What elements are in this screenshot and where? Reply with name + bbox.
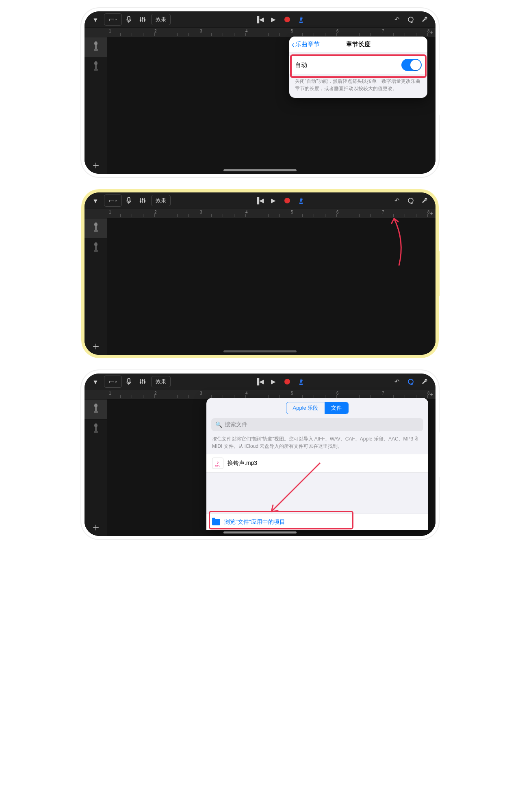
- svg-rect-10: [94, 69, 98, 71]
- loop-icon[interactable]: [404, 14, 418, 25]
- chevron-down-icon[interactable]: ▼: [89, 14, 102, 25]
- svg-point-13: [142, 199, 143, 200]
- file-row[interactable]: MP3 换铃声.mp3: [206, 454, 428, 473]
- wrench-icon[interactable]: [418, 195, 431, 206]
- svg-point-27: [94, 404, 98, 408]
- undo-icon[interactable]: ↶: [390, 376, 404, 387]
- files-hint-text: 按住文件以将它们拖到"轨道"视图。您可以导入 AIFF、WAV、CAF、Appl…: [206, 433, 428, 452]
- track-2[interactable]: [84, 419, 107, 439]
- undo-icon[interactable]: ↶: [390, 195, 404, 206]
- svg-rect-28: [95, 407, 97, 411]
- record-button[interactable]: [280, 14, 294, 25]
- play-icon[interactable]: ▶: [266, 376, 280, 387]
- toolbar: ▼ ▭◦ 效果 ▐◀ ▶ ↶: [84, 11, 436, 28]
- svg-point-30: [94, 423, 98, 428]
- svg-rect-31: [95, 427, 97, 431]
- chevron-left-icon: ‹: [292, 40, 295, 49]
- svg-rect-11: [128, 197, 130, 201]
- fx-button[interactable]: 效果: [151, 376, 171, 387]
- metronome-icon[interactable]: [294, 195, 308, 206]
- section-length-popover: ‹ 乐曲章节 章节长度 自动 关闭"自动"功能，然后轻点箭头以按单一数字增量更改…: [289, 37, 427, 98]
- svg-point-23: [140, 382, 141, 383]
- track-2[interactable]: [84, 238, 107, 258]
- add-track-button[interactable]: ＋: [84, 336, 107, 355]
- svg-point-4: [408, 17, 413, 22]
- svg-rect-29: [94, 411, 98, 413]
- auto-row: 自动: [289, 56, 427, 74]
- sliders-icon[interactable]: [136, 14, 150, 25]
- add-track-button[interactable]: ＋: [84, 517, 107, 536]
- svg-point-16: [94, 222, 98, 227]
- track-header-column: ＋: [84, 400, 107, 536]
- rewind-icon[interactable]: ▐◀: [253, 195, 266, 206]
- browse-files-button[interactable]: 浏览"文件"应用中的项目: [206, 514, 428, 530]
- rewind-icon[interactable]: ▐◀: [253, 14, 266, 25]
- track-header-column: ＋: [84, 218, 107, 355]
- camera-icon[interactable]: ▭◦: [104, 194, 122, 207]
- add-track-button[interactable]: ＋: [84, 155, 107, 174]
- track-1[interactable]: [84, 37, 107, 57]
- fx-button[interactable]: 效果: [151, 195, 171, 206]
- segmented-control: Apple 乐段 文件: [286, 402, 349, 414]
- mic-icon[interactable]: [122, 376, 136, 387]
- camera-icon[interactable]: ▭◦: [104, 13, 122, 26]
- chevron-down-icon[interactable]: ▼: [89, 376, 102, 387]
- wrench-icon[interactable]: [418, 376, 431, 387]
- svg-rect-17: [95, 226, 97, 230]
- loop-icon[interactable]: [404, 376, 418, 387]
- auto-hint-text: 关闭"自动"功能，然后轻点箭头以按单一数字增量更改乐曲章节的长度，或者垂直扫动以…: [289, 74, 427, 98]
- loop-icon[interactable]: [404, 195, 418, 206]
- svg-point-12: [140, 201, 141, 202]
- play-icon[interactable]: ▶: [266, 14, 280, 25]
- browse-label: 浏览"文件"应用中的项目: [224, 518, 285, 526]
- search-placeholder: 搜索文件: [225, 421, 247, 428]
- svg-rect-21: [94, 250, 98, 252]
- svg-point-1: [140, 20, 141, 21]
- search-field[interactable]: 🔍 搜索文件: [211, 418, 423, 431]
- chevron-down-icon[interactable]: ▼: [89, 195, 102, 206]
- wrench-icon[interactable]: [418, 14, 431, 25]
- svg-rect-7: [94, 49, 98, 51]
- file-name: 换铃声.mp3: [228, 460, 257, 467]
- undo-icon[interactable]: ↶: [390, 14, 404, 25]
- metronome-icon[interactable]: [294, 14, 308, 25]
- svg-point-19: [94, 242, 98, 246]
- mic-icon[interactable]: [122, 195, 136, 206]
- record-button[interactable]: [280, 195, 294, 206]
- svg-rect-18: [94, 230, 98, 232]
- timeline-ruler[interactable]: + 12345678: [84, 28, 436, 37]
- play-icon[interactable]: ▶: [266, 195, 280, 206]
- svg-point-24: [142, 380, 143, 381]
- sliders-icon[interactable]: [136, 195, 150, 206]
- track-2[interactable]: [84, 57, 107, 77]
- home-indicator: [223, 350, 297, 352]
- section-plus-icon[interactable]: +: [430, 29, 433, 35]
- svg-point-3: [144, 19, 145, 21]
- camera-icon[interactable]: ▭◦: [104, 376, 122, 388]
- seg-files[interactable]: 文件: [325, 402, 348, 414]
- rewind-icon[interactable]: ▐◀: [253, 376, 266, 387]
- loops-popover: Apple 乐段 文件 🔍 搜索文件 按住文件以将它们拖到"轨道"视图。您可以导…: [206, 398, 428, 530]
- seg-apple-loops[interactable]: Apple 乐段: [286, 402, 325, 414]
- mic-icon[interactable]: [122, 14, 136, 25]
- toolbar: ▼ ▭◦ 效果 ▐◀ ▶ ↶: [84, 192, 436, 209]
- fx-button[interactable]: 效果: [151, 14, 171, 25]
- svg-rect-20: [95, 246, 97, 250]
- metronome-icon[interactable]: [294, 376, 308, 387]
- timeline-ruler[interactable]: + 12345678: [84, 209, 436, 218]
- sliders-icon[interactable]: [136, 376, 150, 387]
- section-plus-icon[interactable]: +: [430, 391, 433, 397]
- back-button[interactable]: ‹ 乐曲章节: [289, 40, 320, 49]
- home-indicator: [223, 169, 297, 171]
- svg-point-5: [94, 41, 98, 45]
- svg-point-8: [94, 61, 98, 65]
- svg-rect-22: [128, 378, 130, 382]
- track-canvas[interactable]: [107, 218, 436, 355]
- record-button[interactable]: [280, 376, 294, 387]
- track-1[interactable]: [84, 400, 107, 419]
- section-plus-icon[interactable]: +: [430, 210, 433, 216]
- auto-toggle[interactable]: [401, 59, 422, 71]
- auto-label: 自动: [295, 61, 307, 69]
- track-1[interactable]: [84, 218, 107, 238]
- svg-point-25: [144, 382, 145, 383]
